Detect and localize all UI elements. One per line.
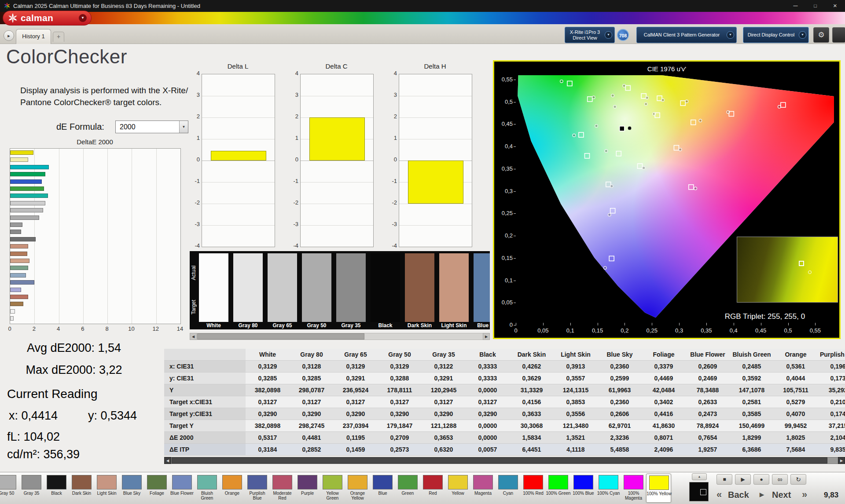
cie-measured-marker	[560, 80, 563, 83]
patch-button-black[interactable]: Black	[44, 474, 69, 503]
patch-button-purplish-blue[interactable]: Purplish Blue	[245, 474, 270, 503]
patch-button-orange-yellow[interactable]: Orange Yellow	[345, 474, 370, 503]
calman-pinwheel-icon	[7, 13, 18, 23]
y-tick-label: -2	[286, 199, 298, 206]
cdm2-readout: cd/m²: 356,39	[7, 448, 80, 461]
patch-button-100-red[interactable]: 100% Red	[521, 474, 546, 503]
loop-icon[interactable]: ↻	[790, 474, 806, 485]
meter-dropdown[interactable]: X-Rite i1Pro 3 Direct View ▼	[565, 27, 615, 43]
patch-swatch	[0, 475, 16, 489]
patch-button-100-blue[interactable]: 100% Blue	[571, 474, 596, 503]
column-header-purplish-blue: Purplish Blue	[818, 349, 845, 361]
stop-icon[interactable]: ■	[716, 474, 732, 485]
patch-button-blue[interactable]: Blue	[370, 474, 395, 503]
tab-nav-icon[interactable]: ▸	[4, 30, 14, 41]
play-icon[interactable]: ▶	[735, 474, 751, 485]
table-corner-cell	[164, 349, 246, 361]
patch-button-blue-sky[interactable]: Blue Sky	[119, 474, 144, 503]
pattern-preview-button[interactable]	[689, 482, 709, 501]
scroll-right-icon[interactable]: ▶	[838, 457, 845, 464]
add-tab-button[interactable]: +	[53, 32, 64, 42]
maximize-icon[interactable]: □	[805, 0, 825, 12]
tab-history-1[interactable]: History 1	[16, 29, 51, 44]
close-icon[interactable]: ×	[825, 0, 845, 12]
cie-measured-marker	[644, 102, 647, 105]
table-cell: 0,8071	[642, 432, 686, 444]
back-chevrons-icon[interactable]: «	[716, 488, 722, 501]
scrollbar-thumb[interactable]	[172, 457, 827, 464]
scroll-right-icon[interactable]: ▶	[483, 333, 490, 340]
patch-button-foliage[interactable]: Foliage	[144, 474, 169, 503]
patch-button-bluish-green[interactable]: Bluish Green	[195, 474, 220, 503]
tick-mark	[514, 281, 516, 281]
display-control-dropdown[interactable]: Direct Display Control ▼	[743, 27, 809, 43]
tick-mark	[514, 102, 516, 102]
patch-button-moderate-red[interactable]: Moderate Red	[270, 474, 295, 503]
table-cell: 236,9524	[334, 384, 378, 396]
scrollbar-thumb[interactable]	[197, 333, 364, 340]
gridline	[399, 204, 472, 204]
patch-button-yellow-green[interactable]: Yellow Green	[320, 474, 345, 503]
secondary-settings-button[interactable]	[832, 27, 845, 43]
next-button[interactable]: Next	[772, 488, 791, 501]
de-formula-select[interactable]: 2000 ▼	[115, 121, 188, 133]
table-cell: 0,3290	[422, 408, 466, 420]
patch-button-magenta[interactable]: Magenta	[470, 474, 496, 503]
patch-button-red[interactable]: Red	[420, 474, 445, 503]
patch-swatch	[373, 475, 393, 489]
patch-button-100-cyan[interactable]: 100% Cyan	[596, 474, 621, 503]
table-cell: 0,2360	[598, 396, 642, 408]
table-row: ΔE ITP0,31840,28520,14590,25730,63200,00…	[164, 444, 845, 456]
minimize-icon[interactable]: ─	[786, 0, 805, 12]
patch-button-purple[interactable]: Purple	[295, 474, 320, 503]
table-cell: 0,0000	[466, 432, 510, 444]
patch-button-blue-flower[interactable]: Blue Flower	[169, 474, 195, 503]
y-tick-label: 0,2	[496, 232, 513, 239]
column-header-foliage: Foliage	[642, 349, 686, 361]
table-cell: 0,3653	[422, 432, 466, 444]
scroll-left-icon[interactable]: ◀	[164, 457, 171, 464]
patch-label: 100% Blue	[571, 491, 596, 496]
table-scrollbar[interactable]: ◀ ▶	[164, 457, 845, 464]
patch-button-yellow[interactable]: Yellow	[445, 474, 470, 503]
gridline	[202, 161, 275, 161]
tick-mark	[788, 323, 789, 325]
gear-icon[interactable]: ⚙	[813, 27, 829, 43]
infinity-icon[interactable]: ∞	[772, 474, 788, 485]
patch-button-100-magenta[interactable]: 100% Magenta	[621, 474, 646, 503]
x-tick-label: 6	[77, 325, 88, 332]
table-cell: 0,3127	[378, 396, 422, 408]
swatch-target-light-skin	[439, 291, 469, 322]
patch-button-light-skin[interactable]: Light Skin	[94, 474, 119, 503]
swatch-scrollbar[interactable]: ◀ ▶	[190, 333, 490, 340]
next-chevrons-icon[interactable]: »	[802, 488, 807, 501]
patch-button-gray-50[interactable]: Gray 50	[0, 474, 19, 503]
record-icon[interactable]: ●	[753, 474, 769, 485]
nav-play-icon[interactable]: ▶	[760, 488, 764, 501]
pattern-generator-dropdown[interactable]: CalMAN Client 3 Pattern Generator ▼	[636, 27, 737, 43]
logo-menu-caret-icon[interactable]: ▼	[79, 14, 87, 22]
patch-button-100-green[interactable]: 100% Green	[546, 474, 571, 503]
patch-swatch	[624, 475, 643, 489]
cie-measured-marker	[573, 134, 575, 136]
calman-logo-button[interactable]: calman ▼	[3, 11, 92, 26]
patch-label: Purple	[295, 491, 320, 496]
up-icon[interactable]: ▲	[692, 473, 707, 480]
tick-mark	[516, 323, 516, 325]
patch-button-dark-skin[interactable]: Dark Skin	[69, 474, 94, 503]
patch-button-cyan[interactable]: Cyan	[496, 474, 521, 503]
swatch-actual-gray-80	[233, 253, 263, 291]
x-tick-label: 8	[102, 325, 112, 332]
patch-button-green[interactable]: Green	[395, 474, 420, 503]
scroll-left-icon[interactable]: ◀	[190, 333, 197, 340]
patch-button-orange[interactable]: Orange	[220, 474, 245, 503]
de-bar	[10, 237, 36, 241]
table-row: y: CIE310,32850,32850,32910,32880,32910,…	[164, 373, 845, 384]
y-tick-label: 2	[286, 113, 298, 120]
back-button[interactable]: Back	[728, 488, 749, 501]
meter-status-badge[interactable]: 708	[617, 29, 629, 41]
cie-measured-marker	[611, 94, 614, 97]
gridline	[202, 96, 275, 96]
patch-button-gray-35[interactable]: Gray 35	[19, 474, 44, 503]
patch-button-100-yellow[interactable]: 100% Yellow	[646, 474, 671, 503]
